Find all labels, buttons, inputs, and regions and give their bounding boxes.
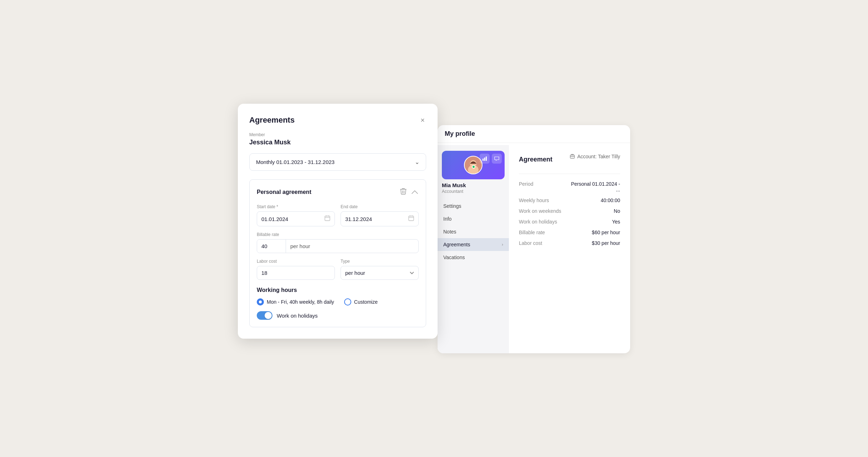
account-label: Account: Taker Tilly bbox=[577, 154, 620, 159]
agreement-section-header: Personal agreement bbox=[257, 187, 419, 197]
end-date-input[interactable] bbox=[345, 216, 405, 222]
message-icon-btn[interactable] bbox=[492, 154, 502, 164]
working-hours-title: Working hours bbox=[257, 287, 419, 293]
period-value: Personal 01.01.2024 - ... bbox=[570, 181, 620, 192]
online-status-dot bbox=[472, 165, 475, 169]
agreement-section: Personal agreement Sta bbox=[249, 179, 426, 327]
type-label: Type bbox=[341, 259, 419, 264]
billable-rate-unit: per hour bbox=[286, 240, 418, 253]
work-weekends-row: Work on weekends No bbox=[519, 208, 620, 214]
start-date-field[interactable] bbox=[257, 211, 335, 226]
chevron-down-icon: ⌄ bbox=[415, 159, 419, 165]
svg-rect-8 bbox=[486, 156, 487, 161]
radio-group: Mon - Fri, 40h weekly, 8h daily Customiz… bbox=[257, 298, 419, 305]
billable-rate-detail-row: Billable rate $60 per hour bbox=[519, 230, 620, 235]
modal-header: Agreements × bbox=[249, 115, 426, 125]
profile-header: My profile bbox=[438, 125, 630, 143]
bar-chart-icon-btn[interactable] bbox=[480, 154, 490, 164]
agreement-account: Account: Taker Tilly bbox=[570, 154, 620, 159]
sidebar-item-agreements[interactable]: Agreements › bbox=[438, 238, 509, 251]
type-select[interactable]: per hour per day per month bbox=[341, 266, 419, 280]
type-group: Type per hour per day per month bbox=[341, 259, 419, 280]
radio-empty-icon bbox=[344, 298, 351, 305]
profile-header-title: My profile bbox=[445, 130, 475, 137]
weekly-hours-row: Weekly hours 40:00:00 bbox=[519, 197, 620, 203]
period-row: Period Personal 01.01.2024 - ... bbox=[519, 181, 620, 192]
labor-cost-group: Labor cost bbox=[257, 259, 335, 280]
profile-panel: My profile bbox=[438, 125, 630, 353]
agreements-modal: Agreements × Member Jessica Musk Monthly… bbox=[238, 104, 438, 339]
divider bbox=[519, 174, 620, 174]
radio-filled-icon bbox=[257, 298, 264, 305]
work-holidays-value: Yes bbox=[570, 219, 620, 225]
agreement-detail-panel: Agreement Account: Taker Tilly Period Pe… bbox=[509, 145, 630, 353]
end-date-label: End date bbox=[341, 204, 419, 209]
work-holidays-row: Work on holidays Yes bbox=[519, 219, 620, 225]
agreement-section-actions bbox=[399, 187, 419, 197]
work-weekends-label: Work on weekends bbox=[519, 208, 570, 214]
avatar-icons bbox=[480, 154, 502, 164]
period-selector[interactable]: Monthly 01.01.2023 - 31.12.2023 ⌄ bbox=[249, 153, 426, 171]
sidebar-item-info[interactable]: Info bbox=[438, 212, 509, 225]
weekly-hours-value: 40:00:00 bbox=[570, 197, 620, 203]
agreement-detail-header: Agreement Account: Taker Tilly bbox=[519, 154, 620, 166]
member-label: Member bbox=[249, 132, 426, 137]
billable-rate-detail-label: Billable rate bbox=[519, 230, 570, 235]
period-selector-text: Monthly 01.01.2023 - 31.12.2023 bbox=[256, 159, 335, 165]
start-date-calendar-icon bbox=[325, 215, 330, 222]
agreement-detail-title: Agreement bbox=[519, 156, 552, 163]
avatar-area bbox=[442, 151, 505, 179]
collapse-agreement-button[interactable] bbox=[411, 188, 419, 196]
radio-option-customize[interactable]: Customize bbox=[344, 298, 378, 305]
work-holidays-label: Work on holidays bbox=[519, 219, 570, 225]
profile-sidebar: Mia Musk Accountant Settings Info Notes … bbox=[438, 145, 509, 353]
svg-rect-6 bbox=[482, 159, 484, 161]
billable-rate-label: Billable rate bbox=[257, 232, 419, 237]
billable-rate-input[interactable] bbox=[257, 240, 286, 253]
billable-rate-detail-value: $60 per hour bbox=[570, 230, 620, 235]
labor-cost-field[interactable] bbox=[257, 266, 335, 280]
labor-cost-detail-value: $30 per hour bbox=[570, 240, 620, 246]
member-name: Jessica Musk bbox=[249, 139, 426, 146]
labor-cost-input[interactable] bbox=[261, 270, 330, 276]
profile-content: Mia Musk Accountant Settings Info Notes … bbox=[438, 145, 630, 353]
user-role: Accountant bbox=[442, 189, 505, 194]
date-row: Start date * End date bbox=[257, 204, 419, 226]
svg-rect-0 bbox=[325, 216, 330, 221]
work-on-holidays-toggle[interactable] bbox=[257, 311, 272, 320]
billable-rate-group: Billable rate per hour bbox=[257, 232, 419, 253]
delete-agreement-button[interactable] bbox=[399, 187, 407, 197]
labor-cost-detail-label: Labor cost bbox=[519, 240, 570, 246]
agreement-section-title: Personal agreement bbox=[257, 189, 311, 195]
start-date-input[interactable] bbox=[261, 216, 322, 222]
radio-option-default[interactable]: Mon - Fri, 40h weekly, 8h daily bbox=[257, 298, 334, 305]
labor-cost-detail-row: Labor cost $30 per hour bbox=[519, 240, 620, 246]
toggle-label: Work on holidays bbox=[277, 313, 318, 319]
sidebar-item-vacations[interactable]: Vacations bbox=[438, 251, 509, 264]
work-weekends-value: No bbox=[570, 208, 620, 214]
close-button[interactable]: × bbox=[419, 115, 426, 125]
nav-chevron-icon: › bbox=[502, 242, 503, 247]
labor-cost-label: Labor cost bbox=[257, 259, 335, 264]
user-card: Mia Musk Accountant bbox=[438, 151, 509, 200]
start-date-label: Start date * bbox=[257, 204, 335, 209]
period-label: Period bbox=[519, 181, 570, 187]
weekly-hours-label: Weekly hours bbox=[519, 197, 570, 203]
billable-rate-field[interactable]: per hour bbox=[257, 239, 419, 253]
end-date-group: End date bbox=[341, 204, 419, 226]
svg-rect-1 bbox=[409, 216, 414, 221]
radio-label-customize: Customize bbox=[354, 299, 378, 305]
labor-type-row: Labor cost Type per hour per day per mon… bbox=[257, 259, 419, 280]
user-name: Mia Musk bbox=[442, 182, 505, 188]
svg-rect-7 bbox=[484, 158, 485, 161]
start-date-group: Start date * bbox=[257, 204, 335, 226]
end-date-calendar-icon bbox=[408, 215, 414, 222]
sidebar-item-settings[interactable]: Settings bbox=[438, 200, 509, 212]
radio-label-default: Mon - Fri, 40h weekly, 8h daily bbox=[267, 299, 334, 305]
end-date-field[interactable] bbox=[341, 211, 419, 226]
sidebar-item-notes[interactable]: Notes bbox=[438, 225, 509, 238]
modal-title: Agreements bbox=[249, 115, 295, 125]
toggle-row: Work on holidays bbox=[257, 311, 419, 320]
